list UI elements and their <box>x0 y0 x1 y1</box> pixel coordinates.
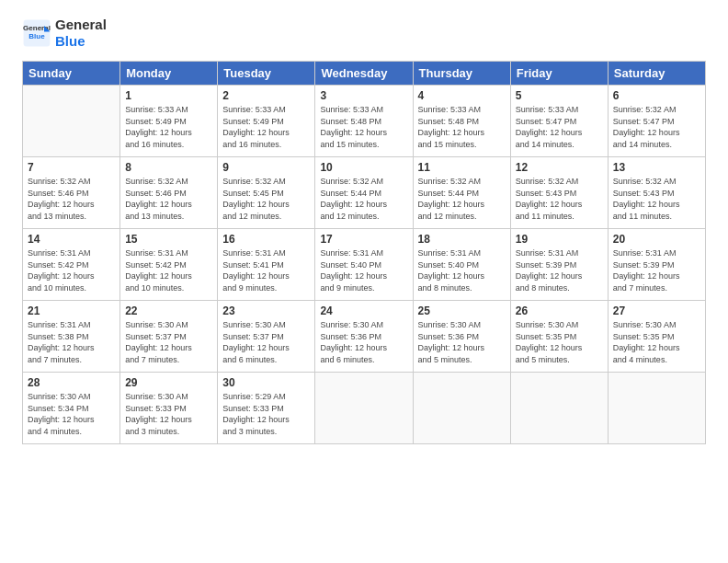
calendar-cell: 21Sunrise: 5:31 AM Sunset: 5:38 PM Dayli… <box>23 301 120 373</box>
week-row-3: 21Sunrise: 5:31 AM Sunset: 5:38 PM Dayli… <box>23 301 706 373</box>
calendar-cell <box>315 373 413 444</box>
calendar-cell: 5Sunrise: 5:33 AM Sunset: 5:47 PM Daylig… <box>510 86 608 157</box>
day-number: 18 <box>418 233 506 246</box>
calendar-cell: 15Sunrise: 5:31 AM Sunset: 5:42 PM Dayli… <box>120 229 218 301</box>
day-info: Sunrise: 5:31 AM Sunset: 5:41 PM Dayligh… <box>222 247 310 293</box>
col-tuesday: Tuesday <box>218 62 315 86</box>
day-number: 10 <box>320 161 407 174</box>
calendar-cell: 23Sunrise: 5:30 AM Sunset: 5:37 PM Dayli… <box>218 301 315 373</box>
calendar-cell: 14Sunrise: 5:31 AM Sunset: 5:42 PM Dayli… <box>23 229 120 301</box>
col-wednesday: Wednesday <box>315 62 413 86</box>
calendar-cell: 8Sunrise: 5:32 AM Sunset: 5:46 PM Daylig… <box>120 157 218 229</box>
day-number: 21 <box>28 304 115 317</box>
week-row-4: 28Sunrise: 5:30 AM Sunset: 5:34 PM Dayli… <box>23 373 706 444</box>
day-number: 26 <box>516 304 603 317</box>
calendar-cell: 19Sunrise: 5:31 AM Sunset: 5:39 PM Dayli… <box>510 229 608 301</box>
day-number: 19 <box>516 233 603 246</box>
week-row-0: 1Sunrise: 5:33 AM Sunset: 5:49 PM Daylig… <box>23 86 706 157</box>
calendar-cell: 27Sunrise: 5:30 AM Sunset: 5:35 PM Dayli… <box>608 301 705 373</box>
col-saturday: Saturday <box>608 62 705 86</box>
calendar-cell <box>608 373 705 444</box>
day-info: Sunrise: 5:30 AM Sunset: 5:34 PM Dayligh… <box>28 391 115 437</box>
day-number: 12 <box>516 161 603 174</box>
calendar-cell: 28Sunrise: 5:30 AM Sunset: 5:34 PM Dayli… <box>23 373 120 444</box>
calendar-cell: 6Sunrise: 5:32 AM Sunset: 5:47 PM Daylig… <box>608 86 705 157</box>
day-info: Sunrise: 5:30 AM Sunset: 5:33 PM Dayligh… <box>125 391 212 437</box>
day-info: Sunrise: 5:32 AM Sunset: 5:45 PM Dayligh… <box>222 176 310 222</box>
week-row-1: 7Sunrise: 5:32 AM Sunset: 5:46 PM Daylig… <box>23 157 706 229</box>
col-thursday: Thursday <box>413 62 510 86</box>
day-number: 24 <box>320 304 407 317</box>
day-info: Sunrise: 5:33 AM Sunset: 5:48 PM Dayligh… <box>418 104 506 150</box>
day-number: 30 <box>222 376 310 389</box>
calendar-cell <box>413 373 510 444</box>
calendar-cell <box>23 86 120 157</box>
day-info: Sunrise: 5:31 AM Sunset: 5:39 PM Dayligh… <box>613 247 700 293</box>
day-number: 5 <box>516 89 603 102</box>
day-info: Sunrise: 5:30 AM Sunset: 5:36 PM Dayligh… <box>418 319 506 365</box>
calendar-cell: 1Sunrise: 5:33 AM Sunset: 5:49 PM Daylig… <box>120 86 218 157</box>
day-info: Sunrise: 5:33 AM Sunset: 5:49 PM Dayligh… <box>222 104 310 150</box>
day-number: 28 <box>28 376 115 389</box>
day-info: Sunrise: 5:33 AM Sunset: 5:47 PM Dayligh… <box>516 104 603 150</box>
calendar-cell: 16Sunrise: 5:31 AM Sunset: 5:41 PM Dayli… <box>218 229 315 301</box>
day-info: Sunrise: 5:32 AM Sunset: 5:43 PM Dayligh… <box>516 176 603 222</box>
calendar-cell: 9Sunrise: 5:32 AM Sunset: 5:45 PM Daylig… <box>218 157 315 229</box>
day-info: Sunrise: 5:31 AM Sunset: 5:42 PM Dayligh… <box>125 247 212 293</box>
day-info: Sunrise: 5:33 AM Sunset: 5:49 PM Dayligh… <box>125 104 212 150</box>
day-number: 3 <box>320 89 407 102</box>
page: General Blue General Blue Sunday Monday … <box>0 0 728 563</box>
day-number: 23 <box>222 304 310 317</box>
calendar-cell: 26Sunrise: 5:30 AM Sunset: 5:35 PM Dayli… <box>510 301 608 373</box>
day-number: 7 <box>28 161 115 174</box>
day-info: Sunrise: 5:32 AM Sunset: 5:46 PM Dayligh… <box>28 176 115 222</box>
calendar-cell: 29Sunrise: 5:30 AM Sunset: 5:33 PM Dayli… <box>120 373 218 444</box>
calendar-cell: 25Sunrise: 5:30 AM Sunset: 5:36 PM Dayli… <box>413 301 510 373</box>
calendar-cell: 3Sunrise: 5:33 AM Sunset: 5:48 PM Daylig… <box>315 86 413 157</box>
calendar-cell: 11Sunrise: 5:32 AM Sunset: 5:44 PM Dayli… <box>413 157 510 229</box>
day-info: Sunrise: 5:30 AM Sunset: 5:35 PM Dayligh… <box>516 319 603 365</box>
day-info: Sunrise: 5:31 AM Sunset: 5:40 PM Dayligh… <box>418 247 506 293</box>
week-row-2: 14Sunrise: 5:31 AM Sunset: 5:42 PM Dayli… <box>23 229 706 301</box>
day-info: Sunrise: 5:31 AM Sunset: 5:38 PM Dayligh… <box>28 319 115 365</box>
calendar-cell: 7Sunrise: 5:32 AM Sunset: 5:46 PM Daylig… <box>23 157 120 229</box>
logo: General Blue General Blue <box>22 17 107 50</box>
logo-icon: General Blue <box>22 18 51 48</box>
day-info: Sunrise: 5:31 AM Sunset: 5:42 PM Dayligh… <box>28 247 115 293</box>
day-info: Sunrise: 5:32 AM Sunset: 5:44 PM Dayligh… <box>320 176 407 222</box>
calendar-table: Sunday Monday Tuesday Wednesday Thursday… <box>22 61 706 444</box>
day-number: 13 <box>613 161 700 174</box>
day-number: 22 <box>125 304 212 317</box>
day-number: 29 <box>125 376 212 389</box>
day-number: 8 <box>125 161 212 174</box>
day-number: 25 <box>418 304 506 317</box>
day-info: Sunrise: 5:30 AM Sunset: 5:37 PM Dayligh… <box>125 319 212 365</box>
header-row: Sunday Monday Tuesday Wednesday Thursday… <box>23 62 706 86</box>
calendar-body: 1Sunrise: 5:33 AM Sunset: 5:49 PM Daylig… <box>23 86 706 444</box>
day-info: Sunrise: 5:29 AM Sunset: 5:33 PM Dayligh… <box>222 391 310 437</box>
day-number: 15 <box>125 233 212 246</box>
day-info: Sunrise: 5:30 AM Sunset: 5:35 PM Dayligh… <box>613 319 700 365</box>
logo-text: General Blue <box>55 17 107 50</box>
calendar-cell: 20Sunrise: 5:31 AM Sunset: 5:39 PM Dayli… <box>608 229 705 301</box>
day-info: Sunrise: 5:31 AM Sunset: 5:39 PM Dayligh… <box>516 247 603 293</box>
calendar-cell: 2Sunrise: 5:33 AM Sunset: 5:49 PM Daylig… <box>218 86 315 157</box>
day-info: Sunrise: 5:31 AM Sunset: 5:40 PM Dayligh… <box>320 247 407 293</box>
day-number: 14 <box>28 233 115 246</box>
header: General Blue General Blue <box>22 17 706 50</box>
day-number: 17 <box>320 233 407 246</box>
day-number: 27 <box>613 304 700 317</box>
day-info: Sunrise: 5:32 AM Sunset: 5:43 PM Dayligh… <box>613 176 700 222</box>
day-info: Sunrise: 5:30 AM Sunset: 5:37 PM Dayligh… <box>222 319 310 365</box>
day-info: Sunrise: 5:33 AM Sunset: 5:48 PM Dayligh… <box>320 104 407 150</box>
day-number: 1 <box>125 89 212 102</box>
day-info: Sunrise: 5:32 AM Sunset: 5:44 PM Dayligh… <box>418 176 506 222</box>
calendar-cell: 10Sunrise: 5:32 AM Sunset: 5:44 PM Dayli… <box>315 157 413 229</box>
day-number: 9 <box>222 161 310 174</box>
day-info: Sunrise: 5:32 AM Sunset: 5:47 PM Dayligh… <box>613 104 700 150</box>
day-number: 11 <box>418 161 506 174</box>
calendar-cell: 4Sunrise: 5:33 AM Sunset: 5:48 PM Daylig… <box>413 86 510 157</box>
day-info: Sunrise: 5:32 AM Sunset: 5:46 PM Dayligh… <box>125 176 212 222</box>
calendar-cell: 24Sunrise: 5:30 AM Sunset: 5:36 PM Dayli… <box>315 301 413 373</box>
calendar-cell: 13Sunrise: 5:32 AM Sunset: 5:43 PM Dayli… <box>608 157 705 229</box>
